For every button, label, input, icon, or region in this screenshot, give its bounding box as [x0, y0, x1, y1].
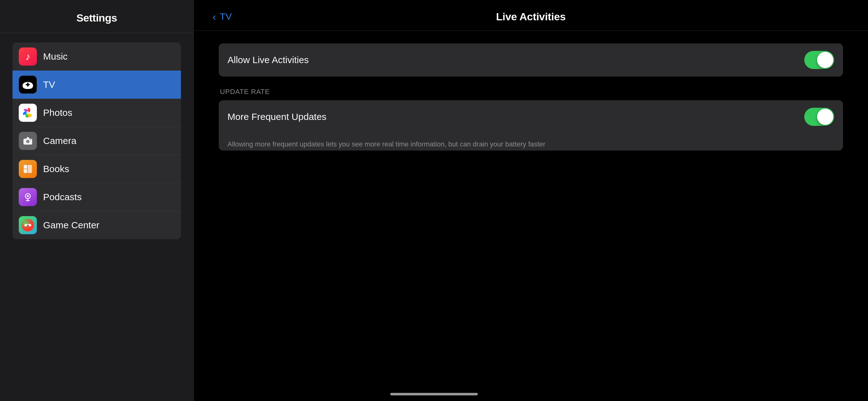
allow-live-activities-row: Allow Live Activities [219, 43, 843, 76]
camera-label: Camera [43, 136, 76, 146]
svg-point-11 [27, 195, 29, 197]
settings-list-container: ♪ Music TV [0, 33, 193, 401]
podcasts-icon-svg [23, 192, 33, 202]
update-rate-section-label: UPDATE RATE [219, 88, 843, 96]
music-app-icon: ♪ [19, 47, 37, 66]
podcasts-app-icon [19, 188, 37, 206]
update-rate-section: UPDATE RATE More Frequent Updates Allowi… [219, 88, 843, 151]
gamecenter-icon-svg [22, 219, 34, 231]
more-frequent-updates-toggle[interactable] [804, 108, 834, 126]
svg-point-6 [30, 139, 31, 140]
books-label: Books [43, 164, 69, 174]
right-panel: ‹ TV Live Activities Allow Live Activiti… [194, 0, 868, 401]
left-panel: Settings ♪ Music [0, 0, 194, 401]
sidebar-item-photos[interactable]: Photos [12, 99, 181, 127]
music-note-icon: ♪ [25, 51, 30, 63]
sidebar-item-gamecenter[interactable]: Game Center [12, 211, 181, 239]
update-rate-group: More Frequent Updates Allowing more freq… [219, 100, 843, 151]
gamecenter-app-icon [19, 216, 37, 234]
settings-list: ♪ Music TV [12, 42, 181, 239]
allow-live-activities-toggle[interactable] [804, 51, 834, 69]
sidebar-item-tv[interactable]: TV [12, 71, 181, 99]
toggle-knob-2 [817, 109, 833, 125]
sidebar-item-camera[interactable]: Camera [12, 127, 181, 155]
photos-label: Photos [43, 107, 72, 118]
right-header: ‹ TV Live Activities [194, 0, 868, 31]
settings-title: Settings [76, 12, 117, 24]
back-button[interactable]: ‹ TV [213, 11, 232, 22]
page-title: Live Activities [496, 11, 566, 23]
photos-pinwheel-icon [20, 105, 36, 121]
more-frequent-updates-row: More Frequent Updates [219, 100, 843, 133]
more-frequent-updates-label: More Frequent Updates [227, 111, 327, 122]
photos-app-icon [19, 104, 37, 122]
home-indicator [390, 393, 478, 395]
gamecenter-label: Game Center [43, 220, 99, 231]
books-icon-svg [23, 164, 33, 174]
podcasts-label: Podcasts [43, 192, 82, 202]
books-app-icon [19, 160, 37, 178]
sidebar-item-music[interactable]: ♪ Music [12, 42, 181, 71]
sidebar-item-books[interactable]: Books [12, 155, 181, 183]
allow-live-activities-label: Allow Live Activities [227, 55, 309, 65]
music-label: Music [43, 51, 67, 62]
svg-point-2 [26, 111, 29, 114]
tv-label: TV [43, 79, 55, 90]
back-label: TV [220, 11, 231, 22]
helper-text: Allowing more frequent updates lets you … [219, 133, 843, 151]
camera-icon-svg [23, 136, 33, 146]
svg-point-5 [27, 140, 29, 142]
sidebar-item-podcasts[interactable]: Podcasts [12, 183, 181, 211]
toggle-knob-1 [817, 52, 833, 68]
appletv-icon [19, 76, 36, 93]
svg-point-1 [27, 83, 29, 86]
camera-app-icon [19, 132, 37, 150]
tv-app-icon [19, 75, 37, 94]
svg-point-12 [22, 219, 34, 231]
svg-rect-8 [28, 165, 32, 173]
settings-header: Settings [0, 0, 193, 33]
right-content: Allow Live Activities UPDATE RATE More F… [194, 31, 868, 163]
back-chevron-icon: ‹ [213, 11, 216, 22]
